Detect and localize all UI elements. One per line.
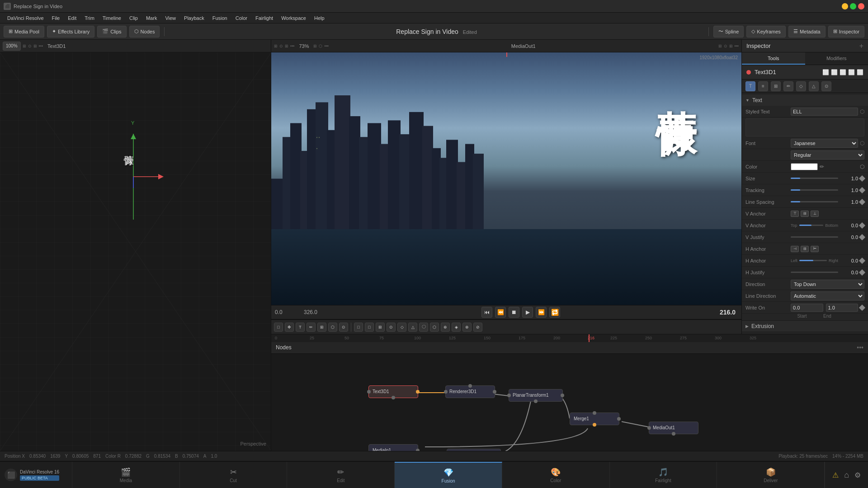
preview-icon-7[interactable]: ••• [324,44,328,48]
maximize-button[interactable] [850,3,856,9]
menu-fusion[interactable]: Fusion [209,14,231,22]
color-swatch[interactable] [791,163,818,170]
h-anchor-slider[interactable] [799,260,827,261]
nodes-canvas[interactable]: Text3D1 Renderer3D1 PlanarTransform1 [271,354,868,451]
tool-1[interactable]: □ [354,323,363,332]
nav-fusion[interactable]: 💎 Fusion [395,462,502,488]
effects-library-button[interactable]: ✦ Effects Library [47,26,94,38]
v-anchor-slider[interactable] [799,225,824,226]
tab-modifiers[interactable]: Modifiers [805,52,868,65]
preview-icon-10[interactable]: ⊞ [729,44,733,48]
preview-icon-11[interactable]: ••• [735,44,739,48]
step-back-button[interactable]: ⏪ [495,307,506,318]
tool-icon-text[interactable]: T [745,81,755,91]
write-on-start-input[interactable] [791,304,823,312]
metadata-button[interactable]: ☰ Metadata [788,26,826,38]
v-justify-slider[interactable] [791,236,838,238]
minimize-button[interactable] [842,3,848,9]
text-section-header[interactable]: ▼ Text [742,95,868,106]
inspector-close-icon[interactable]: + [859,42,863,50]
node-mediain1[interactable]: MediaIn1 [368,444,418,451]
menu-davinci[interactable]: DaVinci Resolve [4,14,47,22]
tool-6[interactable]: △ [408,323,417,332]
nodes-button[interactable]: ⬡ Nodes [129,26,160,38]
warning-icon[interactable]: ⚠ [832,471,839,479]
tool-icon-circle[interactable]: ⊙ [821,81,831,91]
menu-timeline[interactable]: Timeline [99,14,125,22]
tool-7[interactable]: 〇 [419,323,428,332]
nav-fairlight[interactable]: 🎵 Fairlight [610,462,717,488]
node-mediaout1[interactable]: MediaOut1 [649,422,698,434]
preview-icon-9[interactable]: ⊙ [724,44,727,48]
zoom-display[interactable]: 100% [3,42,21,51]
h-anchor-right-btn[interactable]: ⊢ [811,246,819,252]
spline-button[interactable]: 〜 Spline [713,26,744,38]
clips-button[interactable]: 🎬 Clips [97,26,126,38]
close-button[interactable] [858,3,864,9]
viewport-3d-canvas[interactable]: 菁慷 Perspective Y [0,52,271,451]
nav-deliver[interactable]: 📦 Deliver [717,462,825,488]
h-justify-slider[interactable] [791,272,838,273]
tool-2[interactable]: □ [365,323,374,332]
line-spacing-slider[interactable] [791,201,838,202]
node-action-1[interactable]: ⬜ [822,69,829,75]
tool-12[interactable]: ⊘ [473,323,482,332]
preview-icon-4[interactable]: ••• [290,44,294,48]
preview-icon-3[interactable]: ⊞ [285,44,288,48]
nav-media[interactable]: 🎬 Media [72,462,180,488]
menu-trim[interactable]: Trim [81,14,98,22]
v-anchor-bottom-btn[interactable]: ⊥ [811,211,819,217]
size-slider[interactable] [791,178,838,179]
preview-icon-8[interactable]: ⊞ [718,44,722,48]
tool-11[interactable]: ⊗ [462,323,472,332]
viewport-icon-grid[interactable]: ⊞ [23,44,26,48]
nav-edit[interactable]: ✏ Edit [287,462,395,488]
tool-polygon[interactable]: ⬡ [328,323,337,332]
node-action-5[interactable]: ⬜ [857,69,863,75]
tracking-slider[interactable] [791,189,838,191]
styled-text-expand[interactable]: ⬡ [860,108,864,115]
node-action-4[interactable]: ⬜ [848,69,855,75]
home-icon[interactable]: ⌂ [844,470,849,480]
keyframes-button[interactable]: ◇ Keyframes [746,26,786,38]
tool-paint[interactable]: ✏ [307,323,316,332]
styled-text-body[interactable] [745,118,864,136]
color-picker-icon[interactable]: ✏ [820,164,824,170]
node-merge1[interactable]: Merge1 [570,413,619,425]
menu-file[interactable]: File [48,14,64,22]
tool-5[interactable]: ◇ [397,323,406,332]
tool-10[interactable]: ◈ [452,323,461,332]
settings-icon[interactable]: ⚙ [854,471,861,479]
media-pool-button[interactable]: ⊞ Media Pool [4,26,44,38]
node-planartracker1[interactable]: PlanarTracker1 [447,449,501,451]
preview-icon-5[interactable]: ⊞ [313,44,317,48]
font-select[interactable]: Japanese [791,139,858,148]
menu-workspace[interactable]: Workspace [278,14,310,22]
menu-fairlight[interactable]: Fairlight [252,14,277,22]
line-direction-select[interactable]: Automatic [791,291,864,300]
tool-8[interactable]: ⬡ [430,323,439,332]
menu-clip[interactable]: Clip [126,14,142,22]
stop-button[interactable]: ⏹ [509,307,519,318]
inspector-button[interactable]: ⊞ Inspector [828,26,864,38]
menu-playback[interactable]: Playback [180,14,208,22]
tool-move[interactable]: ✥ [285,323,294,332]
nav-cut[interactable]: ✂ Cut [180,462,288,488]
go-start-button[interactable]: ⏮ [481,307,492,318]
h-anchor-left-btn[interactable]: ⊣ [791,246,799,252]
font-style-select[interactable]: Regular [791,150,864,160]
preview-icon-1[interactable]: ⊞ [274,44,278,48]
tab-tools[interactable]: Tools [742,52,805,65]
viewport-icon-more[interactable]: ••• [39,44,43,48]
loop-button[interactable]: 🔁 [549,307,560,318]
viewport-icon-layout[interactable]: ⊞ [33,44,37,48]
node-text3d1[interactable]: Text3D1 [368,385,418,398]
menu-edit[interactable]: Edit [64,14,80,22]
node-renderer3d1[interactable]: Renderer3D1 [445,385,495,398]
v-anchor-center-btn[interactable]: ⊟ [801,211,809,217]
h-anchor-center-btn[interactable]: ⊟ [801,246,809,252]
tool-icon-triangle[interactable]: △ [809,81,819,91]
node-action-2[interactable]: ⬜ [831,69,838,75]
color-expand-icon[interactable]: ⬡ [860,164,864,170]
node-action-3[interactable]: ⬜ [840,69,846,75]
